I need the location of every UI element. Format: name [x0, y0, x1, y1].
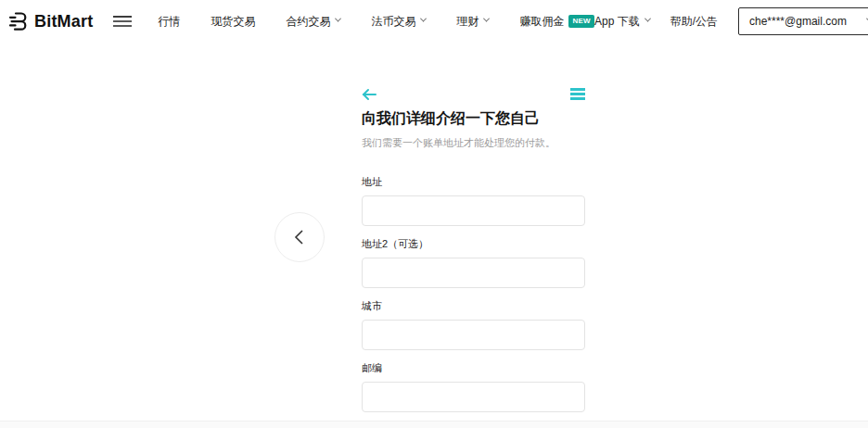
address2-label: 地址2（可选） [362, 237, 585, 251]
postal-code-label: 邮编 [362, 361, 585, 375]
field-address2: 地址2（可选） [362, 237, 585, 288]
main-nav: 行情 现货交易 合约交易 法币交易 理财 赚取佣金 NEW [158, 14, 594, 30]
app-download-menu[interactable]: App 下载 [594, 14, 650, 30]
address-input[interactable] [362, 195, 585, 226]
bitmart-logo[interactable]: BitMart [7, 9, 93, 33]
footer-strip [0, 421, 868, 428]
help-announcements-link[interactable]: 帮助/公告 [670, 14, 718, 30]
form-header [362, 87, 585, 101]
billing-address-form: 向我们详细介绍一下您自己 我们需要一个账单地址才能处理您的付款。 地址 地址2（… [362, 87, 585, 428]
field-city: 城市 [362, 299, 585, 350]
address-label: 地址 [362, 175, 585, 189]
nav-item-spot-trading[interactable]: 现货交易 [211, 14, 255, 30]
chevron-down-icon [335, 16, 341, 22]
form-fields: 地址 地址2（可选） 城市 邮编 州/省 [362, 175, 585, 428]
chevron-down-icon [645, 16, 651, 22]
carousel-prev-button[interactable] [274, 212, 325, 262]
field-postal-code: 邮编 [362, 361, 585, 412]
account-dropdown[interactable]: che****@gmail.com [738, 7, 868, 35]
chevron-down-icon [483, 16, 490, 22]
account-email: che****@gmail.com [749, 15, 847, 28]
brand-name: BitMart [34, 12, 93, 31]
postal-code-input[interactable] [362, 382, 585, 412]
page-subtitle: 我们需要一个账单地址才能处理您的付款。 [362, 136, 585, 150]
form-menu-icon[interactable] [570, 86, 585, 102]
address2-input[interactable] [362, 258, 585, 288]
top-nav: BitMart 行情 现货交易 合约交易 法币交易 理财 赚取佣金 NEW Ap [0, 0, 868, 43]
bitmart-logo-icon [7, 9, 32, 33]
chevron-down-icon [420, 16, 427, 22]
page-title: 向我们详细介绍一下您自己 [362, 109, 585, 129]
nav-item-fiat-trading[interactable]: 法币交易 [371, 14, 426, 30]
field-address: 地址 [362, 175, 585, 226]
menu-icon[interactable] [111, 12, 134, 31]
nav-item-futures-trading[interactable]: 合约交易 [286, 14, 340, 30]
back-button[interactable] [362, 88, 377, 101]
nav-right: App 下载 帮助/公告 che****@gmail.com 中文 [594, 7, 868, 35]
nav-item-markets[interactable]: 行情 [158, 14, 180, 30]
nav-item-earn[interactable]: 理财 [456, 14, 489, 30]
chevron-left-icon [292, 229, 307, 245]
nav-item-earn-commission[interactable]: 赚取佣金 NEW [519, 14, 594, 30]
new-badge: NEW [568, 15, 594, 28]
arrow-left-icon [362, 88, 377, 101]
city-input[interactable] [362, 320, 585, 350]
city-label: 城市 [362, 299, 585, 313]
